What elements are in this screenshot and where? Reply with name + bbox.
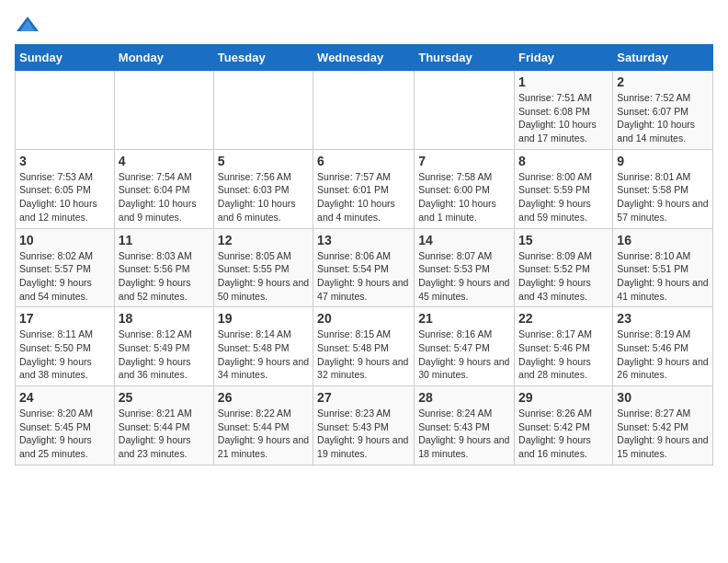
calendar-cell: 5Sunrise: 7:56 AM Sunset: 6:03 PM Daylig… (213, 149, 313, 228)
day-info: Sunrise: 8:23 AM Sunset: 5:43 PM Dayligh… (317, 407, 410, 461)
calendar-week-row: 3Sunrise: 7:53 AM Sunset: 6:05 PM Daylig… (16, 149, 713, 228)
day-info: Sunrise: 8:03 AM Sunset: 5:56 PM Dayligh… (119, 249, 210, 304)
day-of-week-header: Tuesday (213, 45, 313, 71)
calendar-cell: 20Sunrise: 8:15 AM Sunset: 5:48 PM Dayli… (313, 307, 415, 386)
calendar-cell: 30Sunrise: 8:27 AM Sunset: 5:42 PM Dayli… (613, 386, 713, 465)
day-number: 3 (19, 154, 110, 168)
day-number: 28 (418, 390, 510, 405)
day-info: Sunrise: 8:24 AM Sunset: 5:43 PM Dayligh… (418, 407, 510, 461)
day-info: Sunrise: 8:14 AM Sunset: 5:48 PM Dayligh… (218, 327, 309, 382)
day-number: 26 (218, 390, 309, 405)
calendar-week-row: 1Sunrise: 7:51 AM Sunset: 6:08 PM Daylig… (16, 71, 713, 150)
day-info: Sunrise: 8:26 AM Sunset: 5:42 PM Dayligh… (518, 407, 609, 461)
day-of-week-header: Sunday (16, 45, 115, 71)
day-number: 23 (617, 311, 709, 326)
day-number: 30 (617, 390, 709, 405)
day-number: 11 (119, 233, 210, 247)
calendar-cell: 17Sunrise: 8:11 AM Sunset: 5:50 PM Dayli… (16, 307, 115, 386)
day-info: Sunrise: 7:56 AM Sunset: 6:03 PM Dayligh… (218, 170, 309, 224)
calendar-cell: 7Sunrise: 7:58 AM Sunset: 6:00 PM Daylig… (415, 149, 515, 228)
calendar-cell: 21Sunrise: 8:16 AM Sunset: 5:47 PM Dayli… (415, 307, 515, 386)
day-info: Sunrise: 7:51 AM Sunset: 6:08 PM Dayligh… (518, 91, 609, 145)
day-of-week-header: Monday (114, 45, 213, 71)
calendar-cell: 4Sunrise: 7:54 AM Sunset: 6:04 PM Daylig… (114, 149, 213, 228)
calendar-cell (16, 71, 115, 150)
logo-icon (15, 15, 40, 35)
calendar-header: SundayMondayTuesdayWednesdayThursdayFrid… (16, 45, 713, 71)
calendar-cell: 10Sunrise: 8:02 AM Sunset: 5:57 PM Dayli… (16, 228, 115, 307)
day-info: Sunrise: 8:06 AM Sunset: 5:54 PM Dayligh… (317, 249, 410, 304)
day-info: Sunrise: 8:22 AM Sunset: 5:44 PM Dayligh… (218, 407, 309, 461)
calendar-cell: 8Sunrise: 8:00 AM Sunset: 5:59 PM Daylig… (515, 149, 613, 228)
calendar-cell: 3Sunrise: 7:53 AM Sunset: 6:05 PM Daylig… (16, 149, 115, 228)
calendar-cell: 26Sunrise: 8:22 AM Sunset: 5:44 PM Dayli… (213, 386, 313, 465)
day-info: Sunrise: 8:21 AM Sunset: 5:44 PM Dayligh… (119, 407, 210, 461)
day-info: Sunrise: 8:17 AM Sunset: 5:46 PM Dayligh… (518, 327, 609, 382)
day-number: 1 (518, 75, 609, 89)
calendar-cell: 11Sunrise: 8:03 AM Sunset: 5:56 PM Dayli… (114, 228, 213, 307)
calendar-cell: 28Sunrise: 8:24 AM Sunset: 5:43 PM Dayli… (415, 386, 515, 465)
day-info: Sunrise: 7:53 AM Sunset: 6:05 PM Dayligh… (19, 170, 110, 224)
day-of-week-header: Wednesday (313, 45, 415, 71)
calendar-cell: 23Sunrise: 8:19 AM Sunset: 5:46 PM Dayli… (613, 307, 713, 386)
day-number: 9 (617, 154, 709, 168)
day-number: 21 (418, 311, 510, 326)
day-number: 25 (119, 390, 210, 405)
header (15, 15, 713, 35)
calendar-cell: 22Sunrise: 8:17 AM Sunset: 5:46 PM Dayli… (515, 307, 613, 386)
day-info: Sunrise: 7:52 AM Sunset: 6:07 PM Dayligh… (617, 91, 709, 145)
logo (15, 15, 44, 35)
day-number: 22 (518, 311, 609, 326)
day-number: 2 (617, 75, 709, 89)
calendar-cell: 1Sunrise: 7:51 AM Sunset: 6:08 PM Daylig… (515, 71, 613, 150)
calendar-cell: 14Sunrise: 8:07 AM Sunset: 5:53 PM Dayli… (415, 228, 515, 307)
day-info: Sunrise: 7:58 AM Sunset: 6:00 PM Dayligh… (418, 170, 510, 224)
day-info: Sunrise: 8:09 AM Sunset: 5:52 PM Dayligh… (518, 249, 609, 304)
calendar-cell: 29Sunrise: 8:26 AM Sunset: 5:42 PM Dayli… (515, 386, 613, 465)
calendar-table: SundayMondayTuesdayWednesdayThursdayFrid… (15, 44, 713, 465)
day-info: Sunrise: 7:57 AM Sunset: 6:01 PM Dayligh… (317, 170, 410, 224)
day-number: 16 (617, 233, 709, 247)
calendar-cell: 16Sunrise: 8:10 AM Sunset: 5:51 PM Dayli… (613, 228, 713, 307)
day-info: Sunrise: 8:10 AM Sunset: 5:51 PM Dayligh… (617, 249, 709, 304)
calendar-cell: 12Sunrise: 8:05 AM Sunset: 5:55 PM Dayli… (213, 228, 313, 307)
day-number: 13 (317, 233, 410, 247)
day-number: 18 (119, 311, 210, 326)
day-number: 7 (418, 154, 510, 168)
day-info: Sunrise: 8:27 AM Sunset: 5:42 PM Dayligh… (617, 407, 709, 461)
day-info: Sunrise: 8:01 AM Sunset: 5:58 PM Dayligh… (617, 170, 709, 224)
day-number: 5 (218, 154, 309, 168)
day-info: Sunrise: 8:16 AM Sunset: 5:47 PM Dayligh… (418, 327, 510, 382)
day-number: 19 (218, 311, 309, 326)
calendar-cell: 9Sunrise: 8:01 AM Sunset: 5:58 PM Daylig… (613, 149, 713, 228)
day-info: Sunrise: 8:19 AM Sunset: 5:46 PM Dayligh… (617, 327, 709, 382)
day-number: 12 (218, 233, 309, 247)
day-number: 8 (518, 154, 609, 168)
day-info: Sunrise: 8:20 AM Sunset: 5:45 PM Dayligh… (19, 407, 110, 461)
calendar-cell: 2Sunrise: 7:52 AM Sunset: 6:07 PM Daylig… (613, 71, 713, 150)
calendar-cell: 18Sunrise: 8:12 AM Sunset: 5:49 PM Dayli… (114, 307, 213, 386)
day-info: Sunrise: 8:07 AM Sunset: 5:53 PM Dayligh… (418, 249, 510, 304)
calendar-cell: 19Sunrise: 8:14 AM Sunset: 5:48 PM Dayli… (213, 307, 313, 386)
day-number: 29 (518, 390, 609, 405)
calendar-cell (114, 71, 213, 150)
day-info: Sunrise: 8:05 AM Sunset: 5:55 PM Dayligh… (218, 249, 309, 304)
day-number: 10 (19, 233, 110, 247)
day-number: 27 (317, 390, 410, 405)
calendar-week-row: 17Sunrise: 8:11 AM Sunset: 5:50 PM Dayli… (16, 307, 713, 386)
day-info: Sunrise: 8:12 AM Sunset: 5:49 PM Dayligh… (119, 327, 210, 382)
calendar-week-row: 24Sunrise: 8:20 AM Sunset: 5:45 PM Dayli… (16, 386, 713, 465)
calendar-cell: 15Sunrise: 8:09 AM Sunset: 5:52 PM Dayli… (515, 228, 613, 307)
day-number: 24 (19, 390, 110, 405)
day-number: 6 (317, 154, 410, 168)
day-info: Sunrise: 8:00 AM Sunset: 5:59 PM Dayligh… (518, 170, 609, 224)
day-number: 4 (119, 154, 210, 168)
calendar-body: 1Sunrise: 7:51 AM Sunset: 6:08 PM Daylig… (16, 71, 713, 465)
day-info: Sunrise: 8:15 AM Sunset: 5:48 PM Dayligh… (317, 327, 410, 382)
calendar-week-row: 10Sunrise: 8:02 AM Sunset: 5:57 PM Dayli… (16, 228, 713, 307)
calendar-cell: 24Sunrise: 8:20 AM Sunset: 5:45 PM Dayli… (16, 386, 115, 465)
day-info: Sunrise: 7:54 AM Sunset: 6:04 PM Dayligh… (119, 170, 210, 224)
calendar-cell (213, 71, 313, 150)
day-of-week-header: Friday (515, 45, 613, 71)
calendar-cell: 27Sunrise: 8:23 AM Sunset: 5:43 PM Dayli… (313, 386, 415, 465)
